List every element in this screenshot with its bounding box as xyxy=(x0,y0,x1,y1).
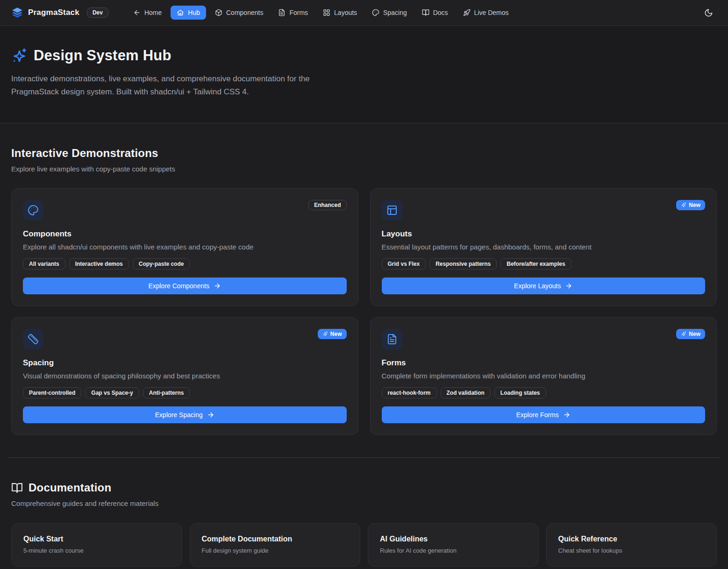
doc-card-title: AI Guidelines xyxy=(380,535,527,543)
sparkles-icon xyxy=(11,48,28,64)
nav-item-label: Docs xyxy=(433,9,448,16)
explore-button-label: Explore Layouts xyxy=(514,282,561,290)
doc-card-description: Cheat sheet for lookups xyxy=(558,547,705,554)
layers-logo-icon xyxy=(11,7,23,19)
nav-item-label: Live Demos xyxy=(474,9,509,16)
brand-name: PragmaStack xyxy=(28,8,79,17)
explore-button-label: Explore Spacing xyxy=(155,411,203,419)
demo-card-title: Layouts xyxy=(382,229,706,239)
demo-card-forms: New Forms Complete form implementations … xyxy=(370,317,717,435)
env-badge: Dev xyxy=(87,7,108,18)
panels-top-left-icon xyxy=(382,200,402,220)
nav-item-docs[interactable]: Docs xyxy=(416,6,454,20)
rocket-icon xyxy=(463,9,471,16)
nav-item-label: Spacing xyxy=(383,9,407,16)
tag-pill: Parent-controlled xyxy=(23,387,81,398)
tag-row: Parent-controlledGap vs Space-yAnti-patt… xyxy=(23,387,347,398)
doc-card-complete-docs[interactable]: Complete Documentation Full design syste… xyxy=(190,523,361,567)
arrow-right-icon xyxy=(563,411,571,419)
nav-item-label: Home xyxy=(144,9,162,16)
doc-card-title: Quick Reference xyxy=(558,535,705,543)
explore-forms-button[interactable]: Explore Forms xyxy=(382,406,706,423)
explore-spacing-button[interactable]: Explore Spacing xyxy=(23,406,347,423)
tag-pill: Before/after examples xyxy=(500,258,571,270)
demo-card-title: Spacing xyxy=(23,358,347,368)
house-icon xyxy=(177,9,184,16)
tag-pill: Copy-paste code xyxy=(133,258,190,270)
tag-pill: Responsive patterns xyxy=(429,258,497,270)
demo-card-description: Explore all shadcn/ui components with li… xyxy=(23,243,347,251)
nav-item-forms[interactable]: Forms xyxy=(272,6,314,20)
doc-card-ai-guidelines[interactable]: AI Guidelines Rules for AI code generati… xyxy=(368,523,539,567)
new-badge: New xyxy=(676,200,705,210)
nav-item-spacing[interactable]: Spacing xyxy=(366,6,413,20)
demo-card-description: Complete form implementations with valid… xyxy=(382,372,706,380)
nav-item-label: Hub xyxy=(188,9,200,16)
doc-card-description: Rules for AI code generation xyxy=(380,547,527,554)
doc-card-description: 5-minute crash course xyxy=(23,547,170,554)
tag-pill: Gap vs Space-y xyxy=(85,387,139,398)
tag-row: react-hook-formZod validationLoading sta… xyxy=(382,387,706,398)
docs-heading: Documentation xyxy=(29,481,111,494)
nav-item-hub[interactable]: Hub xyxy=(171,6,206,20)
brand[interactable]: PragmaStack Dev xyxy=(11,7,108,19)
tag-pill: Zod validation xyxy=(441,387,491,398)
arrow-right-icon xyxy=(207,411,214,419)
tag-pill: Anti-patterns xyxy=(143,387,190,398)
hero-section: Design System Hub Interactive demonstrat… xyxy=(0,26,728,123)
explore-components-button[interactable]: Explore Components xyxy=(23,277,347,294)
doc-card-quick-reference[interactable]: Quick Reference Cheat sheet for lookups xyxy=(546,523,717,567)
arrow-right-icon xyxy=(565,282,572,290)
nav-item-label: Forms xyxy=(289,9,308,16)
tag-pill: Grid vs Flex xyxy=(382,258,426,270)
doc-card-quick-start[interactable]: Quick Start 5-minute crash course xyxy=(11,523,182,567)
demo-card-grid: Enhanced Components Explore all shadcn/u… xyxy=(11,188,717,435)
main-content: Interactive Demonstrations Explore live … xyxy=(0,123,728,567)
arrow-right-icon xyxy=(214,282,221,290)
explore-button-label: Explore Forms xyxy=(516,411,559,419)
page-title: Design System Hub xyxy=(34,47,171,64)
tag-pill: react-hook-form xyxy=(382,387,437,398)
nav-item-home[interactable]: Home xyxy=(127,6,168,20)
demo-card-layouts: New Layouts Essential layout patterns fo… xyxy=(370,188,717,306)
demos-subheading: Explore live examples with copy-paste co… xyxy=(11,165,717,173)
doc-card-title: Complete Documentation xyxy=(202,535,349,543)
docs-subheading: Comprehensive guides and reference mater… xyxy=(11,499,717,507)
layout-grid-icon xyxy=(323,9,330,16)
book-open-icon xyxy=(11,482,23,494)
theme-toggle-button[interactable] xyxy=(700,4,717,21)
file-text-icon xyxy=(278,9,285,16)
box-icon xyxy=(215,9,222,16)
book-open-icon xyxy=(422,9,429,16)
nav-item-layouts[interactable]: Layouts xyxy=(317,6,363,20)
tag-row: All variantsInteractive demosCopy-paste … xyxy=(23,258,347,270)
tag-row: Grid vs FlexResponsive patternsBefore/af… xyxy=(382,258,706,270)
doc-card-description: Full design system guide xyxy=(202,547,349,554)
nav-item-live-demos[interactable]: Live Demos xyxy=(457,6,515,20)
nav-item-components[interactable]: Components xyxy=(209,6,269,20)
demos-heading: Interactive Demonstrations xyxy=(11,147,717,160)
ruler-icon xyxy=(23,329,43,349)
arrow-left-icon xyxy=(133,9,141,16)
palette-icon xyxy=(23,200,43,220)
tag-pill: Interactive demos xyxy=(69,258,129,270)
enhanced-badge: Enhanced xyxy=(308,200,346,210)
moon-icon xyxy=(704,8,713,17)
new-badge: New xyxy=(318,329,347,339)
demo-card-title: Components xyxy=(23,229,347,239)
nav-item-label: Layouts xyxy=(334,9,357,16)
hero-description: Interactive demonstrations, live example… xyxy=(11,72,357,99)
explore-layouts-button[interactable]: Explore Layouts xyxy=(382,277,706,294)
tag-pill: All variants xyxy=(23,258,65,270)
main-nav: Home Hub Components Forms Layouts Spacin… xyxy=(127,6,700,20)
new-badge: New xyxy=(676,329,705,339)
demo-card-description: Visual demonstrations of spacing philoso… xyxy=(23,372,347,380)
doc-card-title: Quick Start xyxy=(23,535,170,543)
doc-card-grid: Quick Start 5-minute crash course Comple… xyxy=(11,523,717,567)
tag-pill: Loading states xyxy=(494,387,546,398)
explore-button-label: Explore Components xyxy=(148,282,209,290)
palette-icon xyxy=(372,9,379,16)
demo-card-title: Forms xyxy=(382,358,706,368)
file-text-icon xyxy=(382,329,402,349)
demo-card-components: Enhanced Components Explore all shadcn/u… xyxy=(11,188,358,306)
